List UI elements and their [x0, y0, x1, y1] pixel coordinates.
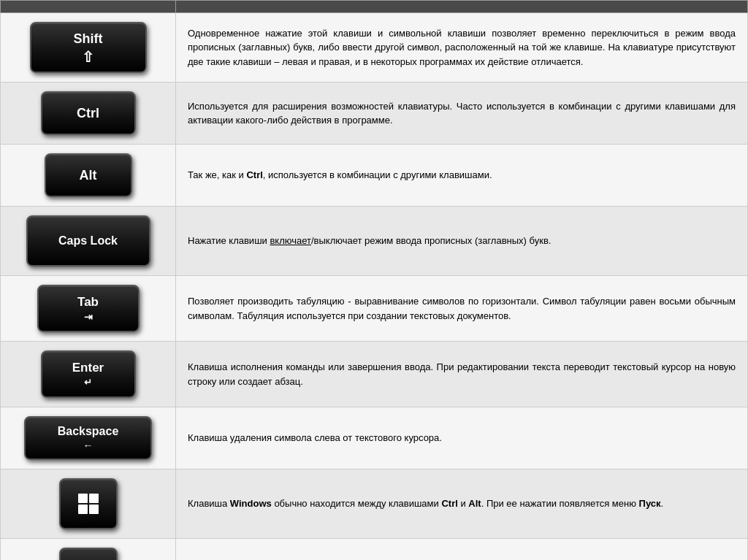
key-tab: Tab ⇥	[37, 285, 140, 332]
desc-cell: Используется для расширения возможностей…	[176, 83, 748, 145]
table-row: Backspace ← Клавиша удаления символа сле…	[1, 407, 748, 469]
desc-cell: Клавиша удаления символа слева от тексто…	[176, 407, 748, 469]
key-enter: Enter ↵	[41, 350, 136, 398]
desc-cell: Так же, как и Ctrl, используется в комби…	[176, 145, 748, 207]
key-cell: Enter ↵	[1, 342, 176, 407]
key-menu	[59, 548, 118, 560]
column-header-key	[1, 1, 176, 13]
desc-cell: Позволяет производить табуляцию - выравн…	[176, 276, 748, 342]
table-row: Tab ⇥ Позволяет производить табуляцию - …	[1, 276, 748, 342]
desc-cell: Клавиша Windows обычно находится между к…	[176, 469, 748, 539]
svg-rect-2	[78, 505, 88, 514]
key-cell: Shift ⇧	[1, 13, 176, 83]
key-cell: Caps Lock	[1, 207, 176, 276]
key-cell: Tab ⇥	[1, 276, 176, 342]
key-caps: Caps Lock	[26, 215, 150, 266]
desc-cell: Клавиша вызывает контекстное меню объект…	[176, 539, 748, 561]
key-cell: Alt	[1, 145, 176, 207]
key-cell: Ctrl	[1, 83, 176, 145]
table-row: Alt Так же, как и Ctrl, используется в к…	[1, 145, 748, 207]
table-row: Enter ↵ Клавиша исполнения команды или з…	[1, 342, 748, 407]
key-cell: Backspace ←	[1, 407, 176, 469]
key-backspace: Backspace ←	[24, 416, 152, 460]
key-ctrl: Ctrl	[41, 91, 136, 135]
key-alt: Alt	[45, 153, 132, 197]
svg-rect-3	[89, 505, 99, 514]
table-row: Клавиша вызывает контекстное меню объект…	[1, 539, 748, 561]
column-header-action	[176, 1, 748, 13]
desc-cell: Нажатие клавиши включает/выключает режим…	[176, 207, 748, 276]
table-row: Ctrl Используется для расширения возможн…	[1, 83, 748, 145]
svg-rect-0	[78, 494, 88, 503]
key-shift: Shift ⇧	[30, 22, 147, 73]
key-windows	[59, 478, 118, 529]
desc-cell: Клавиша исполнения команды или завершени…	[176, 342, 748, 407]
key-cell	[1, 469, 176, 539]
svg-rect-1	[89, 494, 99, 503]
table-row: Shift ⇧ Одновременное нажатие этой клави…	[1, 13, 748, 83]
desc-cell: Одновременное нажатие этой клавиши и сим…	[176, 13, 748, 83]
table-row: Caps Lock Нажатие клавиши включает/выклю…	[1, 207, 748, 276]
table-row: Клавиша Windows обычно находится между к…	[1, 469, 748, 539]
key-cell	[1, 539, 176, 561]
